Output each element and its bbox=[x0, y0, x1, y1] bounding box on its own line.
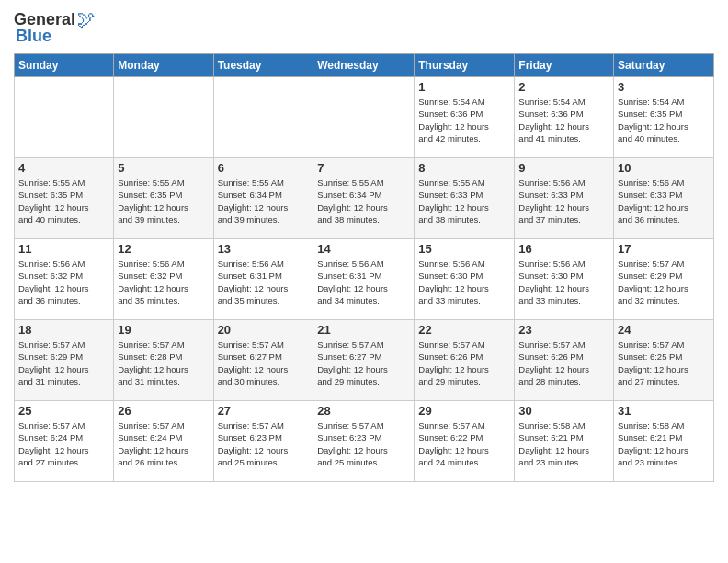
calendar-cell: 29Sunrise: 5:57 AM Sunset: 6:22 PM Dayli… bbox=[415, 401, 515, 482]
day-detail: Sunrise: 5:54 AM Sunset: 6:35 PM Dayligh… bbox=[618, 96, 710, 144]
calendar-cell: 3Sunrise: 5:54 AM Sunset: 6:35 PM Daylig… bbox=[614, 77, 714, 158]
day-number: 4 bbox=[18, 161, 109, 175]
calendar-cell: 22Sunrise: 5:57 AM Sunset: 6:26 PM Dayli… bbox=[415, 320, 515, 401]
day-detail: Sunrise: 5:58 AM Sunset: 6:21 PM Dayligh… bbox=[618, 419, 710, 468]
calendar-cell bbox=[114, 77, 213, 158]
day-detail: Sunrise: 5:57 AM Sunset: 6:29 PM Dayligh… bbox=[18, 339, 109, 387]
calendar-cell: 27Sunrise: 5:57 AM Sunset: 6:23 PM Dayli… bbox=[213, 401, 313, 482]
day-number: 27 bbox=[218, 404, 310, 418]
day-number: 23 bbox=[518, 323, 609, 337]
day-number: 12 bbox=[118, 242, 209, 256]
day-number: 16 bbox=[518, 242, 609, 256]
day-detail: Sunrise: 5:55 AM Sunset: 6:35 PM Dayligh… bbox=[118, 177, 209, 225]
calendar-cell: 9Sunrise: 5:56 AM Sunset: 6:33 PM Daylig… bbox=[515, 158, 614, 239]
week-row-1: 1Sunrise: 5:54 AM Sunset: 6:36 PM Daylig… bbox=[15, 77, 714, 158]
day-number: 1 bbox=[418, 80, 510, 94]
page: General 🕊 Blue SundayMondayTuesdayWednes… bbox=[0, 0, 728, 491]
weekday-header-monday: Monday bbox=[114, 54, 213, 77]
day-detail: Sunrise: 5:56 AM Sunset: 6:33 PM Dayligh… bbox=[618, 177, 710, 225]
day-number: 18 bbox=[18, 323, 109, 337]
day-number: 14 bbox=[317, 242, 410, 256]
calendar-cell: 23Sunrise: 5:57 AM Sunset: 6:26 PM Dayli… bbox=[515, 320, 614, 401]
day-detail: Sunrise: 5:57 AM Sunset: 6:23 PM Dayligh… bbox=[218, 419, 310, 468]
calendar-cell bbox=[313, 77, 415, 158]
day-detail: Sunrise: 5:54 AM Sunset: 6:36 PM Dayligh… bbox=[418, 96, 510, 144]
calendar-cell: 1Sunrise: 5:54 AM Sunset: 6:36 PM Daylig… bbox=[415, 77, 515, 158]
calendar-cell: 21Sunrise: 5:57 AM Sunset: 6:27 PM Dayli… bbox=[313, 320, 415, 401]
day-detail: Sunrise: 5:56 AM Sunset: 6:32 PM Dayligh… bbox=[18, 258, 109, 306]
day-number: 5 bbox=[118, 161, 209, 175]
calendar-cell: 25Sunrise: 5:57 AM Sunset: 6:24 PM Dayli… bbox=[15, 401, 114, 482]
day-number: 13 bbox=[218, 242, 310, 256]
calendar-cell: 16Sunrise: 5:56 AM Sunset: 6:30 PM Dayli… bbox=[515, 239, 614, 320]
day-detail: Sunrise: 5:57 AM Sunset: 6:24 PM Dayligh… bbox=[118, 419, 209, 468]
calendar-cell: 5Sunrise: 5:55 AM Sunset: 6:35 PM Daylig… bbox=[114, 158, 213, 239]
day-number: 17 bbox=[618, 242, 710, 256]
day-number: 2 bbox=[518, 80, 609, 94]
day-detail: Sunrise: 5:55 AM Sunset: 6:33 PM Dayligh… bbox=[418, 177, 510, 225]
calendar-cell: 6Sunrise: 5:55 AM Sunset: 6:34 PM Daylig… bbox=[213, 158, 313, 239]
calendar-cell: 14Sunrise: 5:56 AM Sunset: 6:31 PM Dayli… bbox=[313, 239, 415, 320]
weekday-header-thursday: Thursday bbox=[415, 54, 515, 77]
day-detail: Sunrise: 5:55 AM Sunset: 6:34 PM Dayligh… bbox=[218, 177, 310, 225]
day-detail: Sunrise: 5:56 AM Sunset: 6:31 PM Dayligh… bbox=[218, 258, 310, 306]
calendar-cell: 18Sunrise: 5:57 AM Sunset: 6:29 PM Dayli… bbox=[15, 320, 114, 401]
day-detail: Sunrise: 5:56 AM Sunset: 6:31 PM Dayligh… bbox=[317, 258, 410, 306]
day-detail: Sunrise: 5:57 AM Sunset: 6:27 PM Dayligh… bbox=[218, 339, 310, 387]
week-row-5: 25Sunrise: 5:57 AM Sunset: 6:24 PM Dayli… bbox=[15, 401, 714, 482]
calendar-cell: 19Sunrise: 5:57 AM Sunset: 6:28 PM Dayli… bbox=[114, 320, 213, 401]
day-number: 24 bbox=[618, 323, 710, 337]
day-number: 15 bbox=[418, 242, 510, 256]
day-detail: Sunrise: 5:56 AM Sunset: 6:32 PM Dayligh… bbox=[118, 258, 209, 306]
day-number: 20 bbox=[218, 323, 310, 337]
day-detail: Sunrise: 5:58 AM Sunset: 6:21 PM Dayligh… bbox=[518, 419, 609, 468]
calendar-cell: 31Sunrise: 5:58 AM Sunset: 6:21 PM Dayli… bbox=[614, 401, 714, 482]
day-number: 28 bbox=[317, 404, 410, 418]
calendar-cell: 28Sunrise: 5:57 AM Sunset: 6:23 PM Dayli… bbox=[313, 401, 415, 482]
weekday-header-friday: Friday bbox=[515, 54, 614, 77]
day-detail: Sunrise: 5:56 AM Sunset: 6:30 PM Dayligh… bbox=[518, 258, 609, 306]
day-number: 9 bbox=[518, 161, 609, 175]
calendar-cell: 2Sunrise: 5:54 AM Sunset: 6:36 PM Daylig… bbox=[515, 77, 614, 158]
week-row-4: 18Sunrise: 5:57 AM Sunset: 6:29 PM Dayli… bbox=[15, 320, 714, 401]
week-row-3: 11Sunrise: 5:56 AM Sunset: 6:32 PM Dayli… bbox=[15, 239, 714, 320]
day-number: 25 bbox=[18, 404, 109, 418]
calendar-cell: 13Sunrise: 5:56 AM Sunset: 6:31 PM Dayli… bbox=[213, 239, 313, 320]
header: General 🕊 Blue bbox=[14, 9, 714, 46]
logo: General 🕊 Blue bbox=[14, 9, 96, 46]
calendar-cell bbox=[213, 77, 313, 158]
calendar-cell bbox=[15, 77, 114, 158]
week-row-2: 4Sunrise: 5:55 AM Sunset: 6:35 PM Daylig… bbox=[15, 158, 714, 239]
day-detail: Sunrise: 5:57 AM Sunset: 6:24 PM Dayligh… bbox=[18, 419, 109, 468]
day-number: 6 bbox=[218, 161, 310, 175]
calendar-cell: 4Sunrise: 5:55 AM Sunset: 6:35 PM Daylig… bbox=[15, 158, 114, 239]
day-number: 31 bbox=[618, 404, 710, 418]
day-detail: Sunrise: 5:57 AM Sunset: 6:29 PM Dayligh… bbox=[618, 258, 710, 306]
weekday-header-sunday: Sunday bbox=[15, 54, 114, 77]
day-detail: Sunrise: 5:57 AM Sunset: 6:23 PM Dayligh… bbox=[317, 419, 410, 468]
day-number: 26 bbox=[118, 404, 209, 418]
day-number: 21 bbox=[317, 323, 410, 337]
day-number: 29 bbox=[418, 404, 510, 418]
day-number: 30 bbox=[518, 404, 609, 418]
day-number: 10 bbox=[618, 161, 710, 175]
weekday-header-tuesday: Tuesday bbox=[213, 54, 313, 77]
day-detail: Sunrise: 5:54 AM Sunset: 6:36 PM Dayligh… bbox=[518, 96, 609, 144]
day-detail: Sunrise: 5:56 AM Sunset: 6:30 PM Dayligh… bbox=[418, 258, 510, 306]
calendar-cell: 20Sunrise: 5:57 AM Sunset: 6:27 PM Dayli… bbox=[213, 320, 313, 401]
calendar-table: SundayMondayTuesdayWednesdayThursdayFrid… bbox=[14, 53, 714, 482]
day-number: 3 bbox=[618, 80, 710, 94]
day-number: 7 bbox=[317, 161, 410, 175]
day-detail: Sunrise: 5:55 AM Sunset: 6:35 PM Dayligh… bbox=[18, 177, 109, 225]
calendar-cell: 10Sunrise: 5:56 AM Sunset: 6:33 PM Dayli… bbox=[614, 158, 714, 239]
calendar-cell: 26Sunrise: 5:57 AM Sunset: 6:24 PM Dayli… bbox=[114, 401, 213, 482]
calendar-cell: 8Sunrise: 5:55 AM Sunset: 6:33 PM Daylig… bbox=[415, 158, 515, 239]
weekday-header-wednesday: Wednesday bbox=[313, 54, 415, 77]
calendar-cell: 15Sunrise: 5:56 AM Sunset: 6:30 PM Dayli… bbox=[415, 239, 515, 320]
logo-bird-icon: 🕊 bbox=[77, 9, 96, 30]
calendar-cell: 11Sunrise: 5:56 AM Sunset: 6:32 PM Dayli… bbox=[15, 239, 114, 320]
logo-blue-text: Blue bbox=[16, 27, 51, 46]
header-row: SundayMondayTuesdayWednesdayThursdayFrid… bbox=[15, 54, 714, 77]
calendar-cell: 12Sunrise: 5:56 AM Sunset: 6:32 PM Dayli… bbox=[114, 239, 213, 320]
day-number: 22 bbox=[418, 323, 510, 337]
